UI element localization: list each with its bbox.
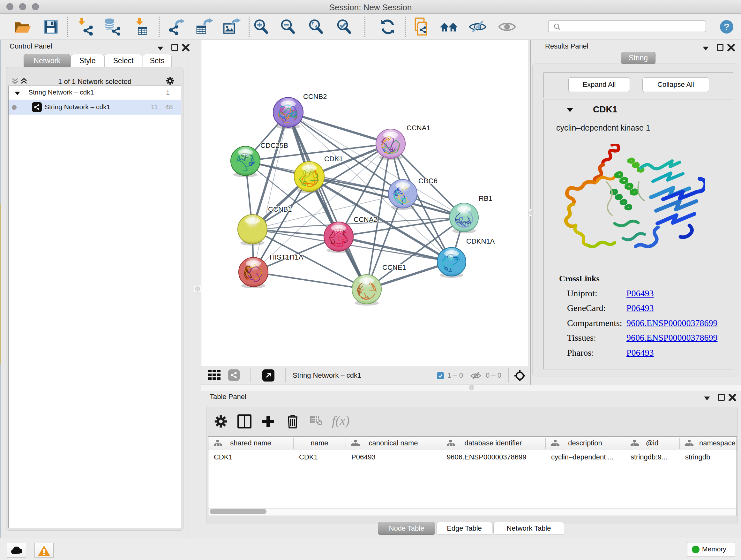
svg-text:CDKN1A: CDKN1A bbox=[466, 237, 495, 245]
svg-text:CDC6: CDC6 bbox=[418, 177, 437, 185]
svg-text:HIST1H1A: HIST1H1A bbox=[270, 253, 303, 261]
svg-text:CCNE1: CCNE1 bbox=[382, 263, 406, 271]
svg-text:CDC25B: CDC25B bbox=[260, 141, 288, 149]
svg-text:CCNB1: CCNB1 bbox=[268, 205, 292, 213]
svg-text:CCNB2: CCNB2 bbox=[303, 92, 327, 101]
svg-text:CCNA1: CCNA1 bbox=[407, 124, 430, 132]
svg-text:RB1: RB1 bbox=[479, 194, 492, 202]
svg-text:CDK1: CDK1 bbox=[324, 155, 343, 163]
svg-text:CCNA2: CCNA2 bbox=[354, 215, 378, 224]
